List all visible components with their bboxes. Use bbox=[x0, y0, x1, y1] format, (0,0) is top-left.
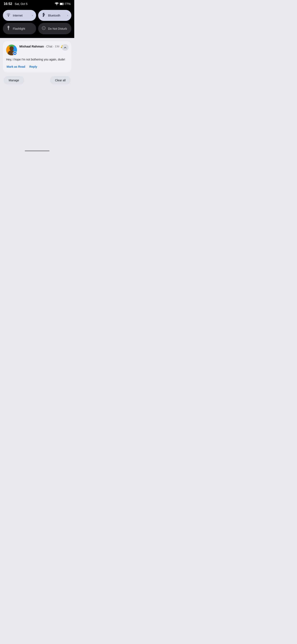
flashlight-label: Flashlight bbox=[13, 27, 33, 30]
status-bar: 16:52 Sat, Oct 5 77% bbox=[0, 0, 74, 8]
clear-all-button[interactable]: Clear all bbox=[50, 76, 70, 84]
notif-time: 13d bbox=[55, 45, 59, 48]
svg-rect-14 bbox=[12, 48, 13, 50]
notif-sender-name: Mishaal Rahman bbox=[19, 44, 44, 48]
qs-tile-internet[interactable]: Internet › bbox=[3, 10, 36, 21]
notif-title-row: Mishaal Rahman · Chat · 13d 🔔 bbox=[19, 44, 68, 48]
empty-space bbox=[3, 86, 71, 148]
notif-header: 💬 Mishaal Rahman · Chat · 13d 🔔 bbox=[6, 44, 68, 55]
svg-rect-13 bbox=[10, 48, 11, 50]
notif-message-body: Hey, I hope I'm not bothering you again,… bbox=[6, 58, 68, 62]
svg-rect-4 bbox=[8, 26, 9, 26]
flashlight-qs-icon bbox=[6, 26, 11, 31]
dnd-label: Do Not Disturb bbox=[48, 27, 68, 30]
wifi-qs-icon bbox=[6, 13, 11, 18]
status-icons: 77% bbox=[55, 2, 70, 6]
bluetooth-label: Bluetooth bbox=[48, 14, 65, 17]
notification-card: 💬 Mishaal Rahman · Chat · 13d 🔔 bbox=[3, 41, 71, 72]
chevron-up-icon bbox=[64, 46, 67, 48]
notif-meta: Mishaal Rahman · Chat · 13d 🔔 bbox=[19, 44, 68, 48]
notif-separator-1: · bbox=[44, 45, 45, 48]
chat-app-badge: 💬 bbox=[13, 51, 17, 55]
qs-tile-flashlight[interactable]: Flashlight bbox=[3, 23, 36, 34]
notif-actions: Mark as Read Reply bbox=[6, 64, 68, 69]
notification-bottom-bar: Manage Clear all bbox=[3, 75, 71, 86]
dnd-qs-icon bbox=[41, 26, 46, 31]
notif-separator-2: · bbox=[53, 45, 54, 48]
qs-row-1: Internet › Bluetooth › bbox=[3, 10, 71, 21]
chat-badge-icon: 💬 bbox=[14, 52, 16, 54]
bluetooth-qs-icon bbox=[41, 13, 46, 18]
home-indicator[interactable] bbox=[3, 148, 71, 153]
manage-button[interactable]: Manage bbox=[4, 76, 24, 84]
status-date: Sat, Oct 5 bbox=[15, 2, 27, 6]
svg-rect-1 bbox=[63, 4, 64, 4]
svg-point-3 bbox=[8, 16, 9, 16]
svg-point-11 bbox=[9, 47, 13, 51]
status-time: 16:52 bbox=[4, 2, 12, 6]
bluetooth-chevron: › bbox=[67, 14, 68, 17]
reply-button[interactable]: Reply bbox=[29, 64, 37, 69]
svg-rect-2 bbox=[60, 3, 63, 5]
svg-rect-5 bbox=[8, 28, 9, 30]
qs-tile-dnd[interactable]: Do Not Disturb bbox=[38, 23, 71, 34]
avatar: 💬 bbox=[6, 44, 17, 55]
notif-expand-button[interactable] bbox=[62, 44, 68, 51]
home-bar bbox=[25, 150, 49, 151]
qs-row-2: Flashlight Do Not Disturb bbox=[3, 23, 71, 34]
qs-tile-bluetooth[interactable]: Bluetooth › bbox=[38, 10, 71, 21]
internet-chevron: › bbox=[32, 14, 33, 17]
status-time-date: 16:52 Sat, Oct 5 bbox=[4, 2, 27, 6]
battery-percent: 77% bbox=[65, 2, 70, 6]
svg-point-6 bbox=[8, 30, 9, 30]
quick-settings-panel: Internet › Bluetooth › Flas bbox=[0, 8, 74, 38]
battery-icon: 77% bbox=[60, 2, 70, 6]
mark-as-read-button[interactable]: Mark as Read bbox=[6, 64, 25, 69]
svg-text:💬: 💬 bbox=[14, 52, 16, 54]
wifi-icon bbox=[55, 2, 58, 6]
notification-panel: 💬 Mishaal Rahman · Chat · 13d 🔔 bbox=[0, 38, 74, 162]
notif-app-name: Chat bbox=[46, 45, 52, 48]
internet-label: Internet bbox=[13, 14, 30, 17]
